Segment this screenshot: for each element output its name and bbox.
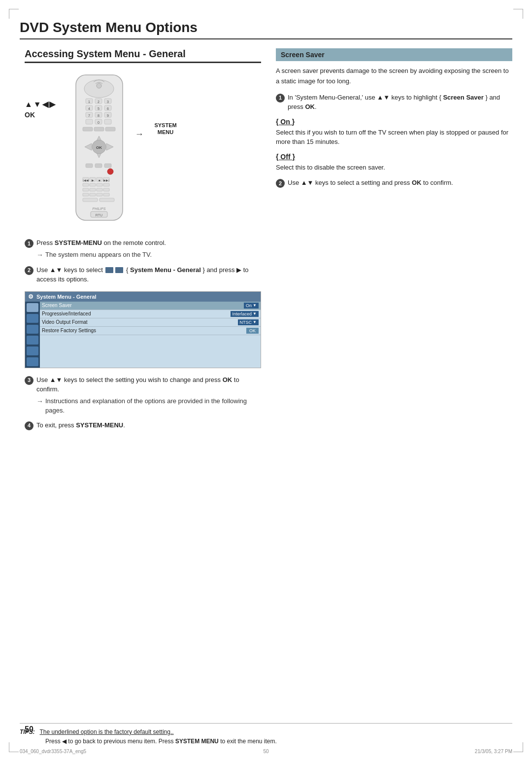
corner-mark-br (513, 742, 523, 752)
svg-text:■: ■ (99, 179, 100, 182)
svg-text:PHILIPS: PHILIPS (92, 207, 105, 210)
remote-labels: ▲▼◀▶ OK (25, 100, 56, 119)
svg-rect-35 (95, 164, 102, 168)
remote-control: 1 2 3 4 5 6 7 (61, 70, 140, 229)
mini-row-video-value: NTSC ▼ (238, 319, 259, 325)
svg-rect-51 (90, 188, 96, 191)
arrow-to-menu: → (135, 129, 144, 139)
on-option-heading: { On } (276, 118, 512, 126)
step-1: 1 Press SYSTEM-MENU on the remote contro… (25, 238, 261, 260)
svg-rect-21 (86, 119, 93, 124)
off-option-heading: { Off } (276, 153, 512, 161)
svg-point-2 (97, 83, 101, 88)
left-column: Accessing System Menu - General ▲▼◀▶ OK (25, 48, 261, 435)
mini-row-screensaver-value: On ▼ (244, 303, 259, 309)
corner-mark-tr (513, 9, 523, 19)
footer-left: 034_060_dvdr3355-37A_eng5 (20, 749, 86, 754)
svg-rect-50 (83, 188, 89, 191)
mini-row-screensaver: Screen Saver On ▼ (40, 302, 261, 310)
system-menu-label: SYSTEM MENU (154, 122, 176, 136)
svg-text:▶▶|: ▶▶| (103, 179, 109, 182)
svg-text:4: 4 (88, 107, 90, 110)
ok-label: OK (25, 111, 56, 119)
svg-text:3: 3 (107, 100, 109, 104)
svg-rect-49 (103, 183, 109, 186)
svg-rect-52 (97, 188, 102, 191)
mini-menu-rows: Screen Saver On ▼ Progressive/Interlaced… (40, 302, 261, 368)
mini-menu-title-bar: ⚙ System Menu - General (25, 292, 261, 302)
tips-section: TIPS: The underlined option is the facto… (20, 723, 512, 746)
footer-center: 50 (263, 749, 268, 754)
on-option-desc: Select this if you wish to turn off the … (276, 128, 512, 147)
off-option-block: { Off } Select this to disable the scree… (276, 153, 512, 173)
svg-text:0: 0 (98, 121, 100, 124)
right-intro: A screen saver prevents damage to the sc… (276, 66, 512, 87)
corner-mark-bl (9, 742, 19, 752)
page-number: 50 (25, 725, 33, 734)
svg-text:2: 2 (98, 100, 100, 104)
step-4: 4 To exit, press SYSTEM-MENU. (25, 420, 261, 430)
mini-menu-body: Screen Saver On ▼ Progressive/Interlaced… (25, 302, 261, 368)
svg-rect-27 (105, 127, 115, 131)
screen-saver-heading: Screen Saver (276, 48, 512, 61)
svg-rect-54 (83, 193, 89, 196)
footer-right: 21/3/05, 3:27 PM (475, 749, 512, 754)
corner-mark-tl (9, 9, 19, 19)
step-3: 3 Use ▲▼ keys to select the setting you … (25, 375, 261, 415)
svg-text:5: 5 (98, 107, 100, 110)
step-2: 2 Use ▲▼ keys to select { System Menu - … (25, 265, 261, 284)
svg-rect-56 (97, 193, 102, 196)
mini-row-progressive: Progressive/Interlaced Interlaced ▼ (40, 310, 261, 318)
svg-rect-34 (86, 164, 93, 168)
svg-rect-58 (83, 198, 98, 202)
svg-rect-47 (90, 183, 96, 186)
menu-icon: ⚙ (28, 293, 33, 300)
sidebar-icon-3 (27, 325, 38, 334)
sidebar-icon-5 (27, 346, 38, 355)
svg-rect-46 (83, 183, 89, 186)
tips-line-2: Press ◀ to go back to previous menu item… (45, 737, 512, 746)
svg-text:9: 9 (107, 114, 109, 117)
svg-rect-55 (90, 193, 96, 196)
page-title: DVD System Menu Options (20, 20, 512, 39)
svg-text:|◀◀: |◀◀ (83, 179, 89, 182)
sidebar-icon-6 (27, 357, 38, 366)
mini-menu: ⚙ System Menu - General Screen Sav (25, 291, 261, 368)
mini-row-restore-value: OK (246, 328, 259, 334)
mini-row-restore: Restore Factory Settings OK (40, 327, 261, 335)
arrow-keys-label: ▲▼◀▶ (25, 100, 56, 109)
mini-row-progressive-value: Interlaced ▼ (231, 311, 259, 317)
tips-text-1: The underlined option is the factory def… (39, 728, 173, 735)
svg-rect-53 (103, 188, 109, 191)
tips-line-1: TIPS: The underlined option is the facto… (20, 727, 512, 737)
sidebar-icon-1 (27, 303, 38, 312)
svg-text:RTU: RTU (96, 213, 102, 217)
right-step-1: 1 In 'System Menu-General,' use ▲▼ keys … (276, 93, 512, 112)
svg-rect-36 (104, 164, 111, 168)
svg-rect-26 (94, 127, 104, 131)
remote-area: ▲▼◀▶ OK (25, 70, 261, 229)
svg-text:7: 7 (88, 114, 90, 117)
svg-text:1: 1 (88, 100, 90, 104)
svg-rect-25 (83, 127, 93, 131)
svg-rect-48 (97, 183, 102, 186)
svg-rect-24 (104, 119, 111, 124)
mini-row-video: Video Output Format NTSC ▼ (40, 318, 261, 327)
svg-text:OK: OK (96, 145, 102, 150)
svg-point-37 (107, 169, 113, 174)
svg-rect-57 (103, 193, 109, 196)
svg-text:▶: ▶ (91, 179, 94, 182)
on-option-block: { On } Select this if you wish to turn o… (276, 118, 512, 147)
svg-text:8: 8 (98, 114, 100, 117)
sidebar-icon-4 (27, 336, 38, 345)
mini-menu-title: System Menu - General (36, 294, 97, 300)
section-heading: Accessing System Menu - General (25, 48, 261, 63)
right-column: Screen Saver A screen saver prevents dam… (276, 48, 512, 435)
svg-rect-59 (100, 198, 114, 202)
mini-menu-sidebar (25, 302, 40, 368)
right-step-2: 2 Use ▲▼ keys to select a setting and pr… (276, 178, 512, 188)
sidebar-icon-2 (27, 314, 38, 323)
svg-text:6: 6 (107, 107, 109, 110)
off-option-desc: Select this to disable the screen saver. (276, 163, 512, 173)
